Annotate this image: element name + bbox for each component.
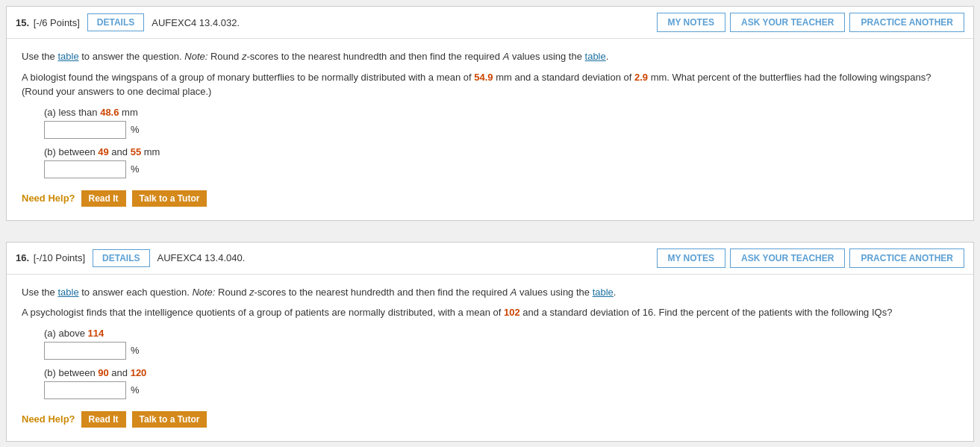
problem-16-instruction: Use the table to answer each question. N… bbox=[22, 285, 958, 300]
part-b-16-input-row: % bbox=[44, 381, 958, 399]
part-a-16-input[interactable] bbox=[44, 342, 126, 360]
part-a-15-input-row: % bbox=[44, 121, 958, 139]
my-notes-button-16[interactable]: MY NOTES bbox=[657, 248, 725, 268]
part-b-16-value1: 90 bbox=[98, 367, 108, 378]
mean-15: 54.9 bbox=[474, 72, 493, 83]
part-b-15-label: (b) between 49 and 55 mm bbox=[44, 146, 958, 157]
details-button-15[interactable]: DETAILS bbox=[87, 13, 144, 31]
need-help-15-label: Need Help? bbox=[22, 193, 75, 204]
problem-15-description: A biologist found the wingspans of a gro… bbox=[22, 70, 958, 99]
part-a-15-value: 48.6 bbox=[100, 107, 119, 118]
std-15: 2.9 bbox=[634, 72, 648, 83]
details-button-16[interactable]: DETAILS bbox=[93, 249, 149, 267]
table-link-16a[interactable]: table bbox=[57, 287, 78, 298]
problem-15-block: 15. [-/6 Points] DETAILS AUFEXC4 13.4.03… bbox=[6, 6, 974, 221]
part-b-16-label: (b) between 90 and 120 bbox=[44, 367, 958, 378]
part-b-15-value1: 49 bbox=[98, 146, 108, 157]
part-b-15-input-row: % bbox=[44, 160, 958, 178]
part-a-16-input-row: % bbox=[44, 342, 958, 360]
part-a-16-label: (a) above 114 bbox=[44, 328, 958, 339]
part-a-16-value: 114 bbox=[88, 328, 104, 339]
read-it-button-16[interactable]: Read It bbox=[81, 411, 126, 428]
part-b-15-value2: 55 bbox=[131, 146, 141, 157]
ask-teacher-button-15[interactable]: ASK YOUR TEACHER bbox=[730, 13, 845, 32]
problem-15-code: AUFEXC4 13.4.032. bbox=[152, 17, 649, 28]
problem-16-number: 16. [-/10 Points] bbox=[16, 252, 85, 263]
need-help-15: Need Help? Read It Talk to a Tutor bbox=[22, 190, 958, 207]
need-help-16: Need Help? Read It Talk to a Tutor bbox=[22, 411, 958, 428]
mean-16: 102 bbox=[504, 307, 520, 318]
practice-another-button-15[interactable]: PRACTICE ANOTHER bbox=[849, 13, 964, 32]
part-a-16-percent: % bbox=[131, 345, 140, 356]
table-link-15a[interactable]: table bbox=[57, 51, 78, 62]
problem-16-header: 16. [-/10 Points] DETAILS AUFEXC4 13.4.0… bbox=[7, 243, 973, 275]
part-a-15-label: (a) less than 48.6 mm bbox=[44, 107, 958, 118]
std-16: 16 bbox=[643, 307, 653, 318]
talk-tutor-button-15[interactable]: Talk to a Tutor bbox=[132, 190, 207, 207]
problem-15-number: 15. [-/6 Points] bbox=[16, 17, 80, 28]
read-it-button-15[interactable]: Read It bbox=[81, 190, 126, 207]
ask-teacher-button-16[interactable]: ASK YOUR TEACHER bbox=[730, 248, 845, 268]
problem-15-instruction: Use the table to answer the question. No… bbox=[22, 49, 958, 64]
table-link-16b[interactable]: table bbox=[593, 287, 614, 298]
problem-16-body: Use the table to answer each question. N… bbox=[7, 275, 973, 441]
part-a-16: (a) above 114 % bbox=[44, 328, 958, 360]
problem-15-actions: MY NOTES ASK YOUR TEACHER PRACTICE ANOTH… bbox=[657, 13, 965, 32]
part-b-15-percent: % bbox=[131, 163, 140, 175]
part-b-16-percent: % bbox=[131, 384, 140, 396]
part-b-15: (b) between 49 and 55 mm % bbox=[44, 146, 958, 178]
problem-16-block: 16. [-/10 Points] DETAILS AUFEXC4 13.4.0… bbox=[6, 242, 974, 442]
part-a-15: (a) less than 48.6 mm % bbox=[44, 107, 958, 139]
part-a-15-percent: % bbox=[131, 124, 140, 135]
problem-16-description: A psychologist finds that the intelligen… bbox=[22, 305, 958, 320]
part-b-16: (b) between 90 and 120 % bbox=[44, 367, 958, 399]
table-link-15b[interactable]: table bbox=[585, 51, 606, 62]
problem-16-actions: MY NOTES ASK YOUR TEACHER PRACTICE ANOTH… bbox=[657, 248, 965, 268]
part-a-15-input[interactable] bbox=[44, 121, 126, 139]
problem-15-header: 15. [-/6 Points] DETAILS AUFEXC4 13.4.03… bbox=[7, 7, 973, 39]
my-notes-button-15[interactable]: MY NOTES bbox=[657, 13, 725, 32]
part-b-16-input[interactable] bbox=[44, 381, 126, 399]
problem-16-code: AUFEXC4 13.4.040. bbox=[157, 252, 649, 263]
part-b-15-input[interactable] bbox=[44, 160, 126, 178]
talk-tutor-button-16[interactable]: Talk to a Tutor bbox=[132, 411, 207, 428]
practice-another-button-16[interactable]: PRACTICE ANOTHER bbox=[849, 248, 964, 268]
problem-15-body: Use the table to answer the question. No… bbox=[7, 39, 973, 220]
need-help-16-label: Need Help? bbox=[22, 413, 75, 425]
part-b-16-value2: 120 bbox=[131, 367, 147, 378]
